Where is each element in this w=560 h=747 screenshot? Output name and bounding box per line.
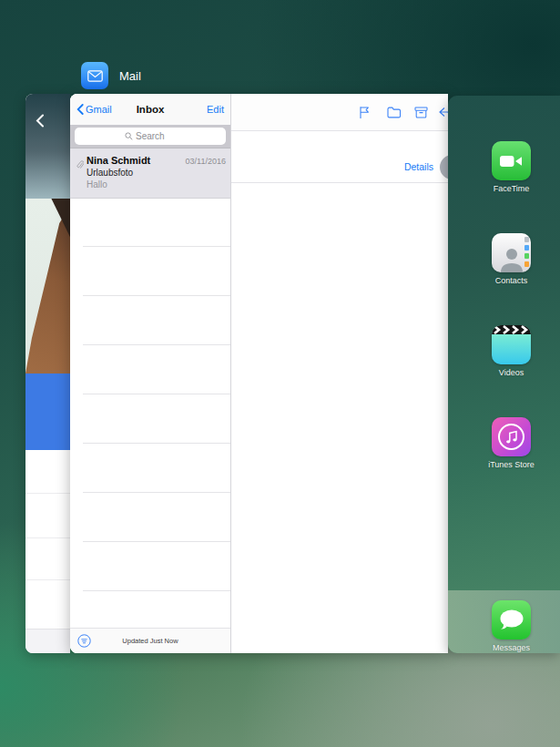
message-pane: Details N	[231, 94, 448, 653]
facetime-icon[interactable]	[492, 141, 531, 180]
app-label: FaceTime	[463, 184, 559, 193]
left-card-photo	[25, 199, 70, 374]
inbox-empty-list	[70, 199, 230, 629]
reply-icon[interactable]	[439, 106, 448, 122]
app-picker-sidebar[interactable]: FaceTime Contacts Videos	[448, 96, 560, 653]
flag-icon[interactable]	[359, 106, 371, 123]
separator	[25, 493, 70, 494]
mail-app-icon	[81, 62, 108, 89]
app-switcher-screen: Mail Gmail Inbox	[0, 0, 560, 747]
contacts-icon[interactable]	[492, 233, 531, 272]
inbox-nav-bar: Gmail Inbox Edit	[70, 94, 230, 125]
paperclip-icon	[76, 158, 84, 174]
left-card-blue-block	[25, 374, 70, 450]
app-label: Videos	[463, 368, 559, 377]
clapperboard-glyph	[492, 325, 531, 334]
itunes-store-icon[interactable]	[492, 417, 531, 456]
search-field[interactable]	[75, 128, 226, 145]
videos-icon[interactable]	[492, 325, 531, 364]
contacts-tab	[524, 253, 529, 259]
search-row	[70, 125, 230, 148]
updated-status: Updated Just Now	[70, 637, 230, 645]
itunes-ring	[498, 424, 524, 450]
app-label: iTunes Store	[463, 460, 559, 469]
contacts-tab	[524, 237, 529, 242]
separator	[83, 394, 230, 394]
separator	[25, 579, 70, 580]
music-note-glyph	[505, 430, 518, 445]
email-date: 03/11/2016	[186, 157, 226, 166]
back-chevron-icon[interactable]	[36, 114, 45, 131]
contacts-tab	[524, 245, 529, 251]
sender-avatar: N	[440, 155, 448, 179]
message-header: Details N	[231, 131, 448, 183]
separator	[83, 295, 230, 296]
left-card-header	[25, 94, 70, 199]
left-app-card[interactable]	[25, 94, 70, 653]
left-card-list	[25, 450, 70, 629]
message-toolbar	[231, 94, 448, 131]
speech-bubble-glyph	[499, 609, 524, 631]
separator	[83, 344, 230, 345]
email-row-selected[interactable]: Nina Schmidt 03/11/2016 Urlaubsfoto Hall…	[70, 148, 230, 199]
edit-button[interactable]: Edit	[207, 104, 224, 115]
separator	[83, 492, 230, 493]
switcher-header: Mail	[81, 62, 141, 89]
inbox-footer-bar: Updated Just Now	[70, 628, 230, 653]
email-preview: Hallo	[87, 179, 226, 189]
separator	[83, 443, 230, 444]
separator	[83, 541, 230, 542]
separator	[25, 537, 70, 538]
inbox-list-pane: Gmail Inbox Edit Nina Schmidt 03/11/2016…	[70, 94, 231, 653]
separator	[83, 246, 230, 247]
person-silhouette-glyph	[498, 245, 525, 272]
app-label: Contacts	[463, 276, 559, 285]
separator	[83, 590, 230, 591]
search-icon	[125, 132, 133, 140]
video-camera-glyph	[499, 154, 524, 169]
folder-icon[interactable]	[387, 106, 402, 122]
email-subject: Urlaubsfoto	[87, 168, 226, 178]
photo-tower-shape	[25, 199, 70, 374]
search-input[interactable]	[136, 131, 176, 141]
envelope-icon	[87, 70, 103, 82]
switcher-app-title: Mail	[119, 69, 141, 83]
messages-icon[interactable]	[492, 600, 531, 640]
details-link[interactable]: Details	[404, 161, 433, 172]
contacts-tab	[524, 261, 529, 267]
left-card-footer	[25, 629, 70, 653]
app-label: Messages	[463, 643, 559, 652]
mail-app-card[interactable]: Gmail Inbox Edit Nina Schmidt 03/11/2016…	[70, 94, 448, 653]
archive-icon[interactable]	[414, 106, 428, 122]
